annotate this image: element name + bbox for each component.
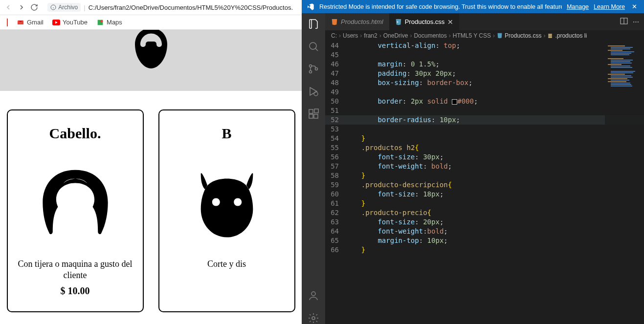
banner-message: Restricted Mode is intended for safe cod… xyxy=(319,3,562,10)
close-icon[interactable]: ✕ xyxy=(630,3,639,10)
extensions-icon[interactable] xyxy=(308,108,319,120)
code-line[interactable]: 66 } xyxy=(325,245,644,255)
css-file-icon: # xyxy=(395,19,402,25)
breadcrumb-file[interactable]: Productos.css xyxy=(497,32,541,39)
code-line[interactable]: 48 box-sizing: border-box; xyxy=(325,78,644,87)
product-title: Cabello. xyxy=(18,125,133,142)
editor-tabs: Productos.html # Productos.css ✕ ⋯ xyxy=(325,13,644,30)
explorer-icon[interactable] xyxy=(308,18,319,30)
code-line[interactable]: 57 font-weight: bold; xyxy=(325,162,644,171)
forward-button[interactable] xyxy=(17,2,25,12)
code-line[interactable]: 54 } xyxy=(325,134,644,143)
bookmark-label: Gmail xyxy=(27,19,44,26)
reload-button[interactable] xyxy=(30,2,39,12)
code-line[interactable]: 47 padding: 30px 20px; xyxy=(325,69,644,78)
account-icon[interactable] xyxy=(308,290,319,302)
split-editor-icon[interactable] xyxy=(620,17,628,26)
breadcrumb-symbol[interactable]: .productos li xyxy=(547,32,587,39)
code-line[interactable]: 51 xyxy=(325,106,644,115)
code-line[interactable]: 45 xyxy=(325,50,644,60)
code-line[interactable]: 62 .producto-precio{ xyxy=(325,208,644,217)
svg-rect-15 xyxy=(314,109,318,113)
hero-section xyxy=(0,30,302,91)
code-line[interactable]: 64 font-weight:bold; xyxy=(325,227,644,236)
source-control-icon[interactable] xyxy=(308,63,319,75)
vscode-icon xyxy=(307,3,314,11)
html-file-icon xyxy=(331,19,338,25)
activity-bar xyxy=(302,13,325,324)
gmail-icon xyxy=(17,19,24,26)
svg-point-4 xyxy=(100,20,103,22)
svg-point-9 xyxy=(310,71,312,73)
beard-face-icon xyxy=(183,161,271,239)
learn-more-link[interactable]: Learn More xyxy=(594,3,625,10)
code-line[interactable]: 63 font-size: 20px; xyxy=(325,217,644,227)
breadcrumb-item[interactable]: Documentos xyxy=(414,32,446,39)
products-row: Cabello. Con tijera o maquina a gusto de… xyxy=(0,91,302,312)
code-line[interactable]: 46 margin: 0 1.5%; xyxy=(325,60,644,69)
site-info-label: Archivo xyxy=(58,4,78,11)
hair-icon xyxy=(31,161,119,239)
breadcrumbs[interactable]: C:› Users› fran2› OneDrive› Documentos› … xyxy=(325,30,644,41)
breadcrumb-item[interactable]: Users xyxy=(343,32,358,39)
tab-label: Productos.css xyxy=(405,18,445,25)
tab-productos-html[interactable]: Productos.html xyxy=(325,13,389,30)
code-line[interactable]: 65 margin-top: 10px; xyxy=(325,236,644,245)
bookmark-label: Maps xyxy=(107,19,122,26)
vscode-window: Restricted Mode is intended for safe cod… xyxy=(302,0,644,324)
code-line[interactable]: 53 xyxy=(325,125,644,134)
bookmark-maps[interactable]: Maps xyxy=(96,19,122,26)
code-line[interactable]: 44 vertical-align: top; xyxy=(325,41,644,50)
apps-divider xyxy=(7,19,8,26)
code-line[interactable]: 55 .productos h2{ xyxy=(325,143,644,152)
code-line[interactable]: 60 font-size: 18px; xyxy=(325,190,644,199)
manage-link[interactable]: Manage xyxy=(567,3,589,10)
run-debug-icon[interactable] xyxy=(308,86,319,97)
code-editor[interactable]: 44 vertical-align: top;4546 margin: 0 1.… xyxy=(325,41,644,324)
svg-point-6 xyxy=(310,43,316,49)
product-card: B Corte y dis xyxy=(158,109,295,312)
breadcrumb-item[interactable]: HTML5 Y CSS xyxy=(453,32,491,39)
editor-area: Productos.html # Productos.css ✕ ⋯ C:› U… xyxy=(325,13,644,324)
settings-icon[interactable] xyxy=(308,312,319,324)
svg-point-5 xyxy=(146,57,156,64)
back-button[interactable] xyxy=(4,2,13,12)
search-icon[interactable] xyxy=(308,41,319,52)
tab-productos-css[interactable]: # Productos.css ✕ xyxy=(389,13,460,30)
svg-line-7 xyxy=(315,48,318,51)
breadcrumb-item[interactable]: fran2 xyxy=(364,32,377,39)
more-actions-icon[interactable]: ⋯ xyxy=(633,18,639,25)
page-content: Cabello. Con tijera o maquina a gusto de… xyxy=(0,30,302,324)
beard-logo xyxy=(124,30,178,74)
address-bar[interactable]: Archivo | C:/Users/fran2/OneDrive/Docume… xyxy=(43,2,298,13)
code-line[interactable]: 49 xyxy=(325,87,644,97)
code-line[interactable]: 56 font-size: 30px; xyxy=(325,152,644,162)
svg-point-10 xyxy=(315,68,318,70)
code-line[interactable]: 59 .producto-descripcion{ xyxy=(325,180,644,190)
svg-point-8 xyxy=(310,65,312,67)
svg-point-17 xyxy=(312,317,315,320)
browser-window: Archivo | C:/Users/fran2/OneDrive/Docume… xyxy=(0,0,302,324)
restricted-mode-banner: Restricted Mode is intended for safe cod… xyxy=(302,0,644,13)
site-info-chip[interactable]: Archivo xyxy=(47,3,81,12)
breadcrumb-item[interactable]: C: xyxy=(331,32,337,39)
url-text: C:/Users/fran2/OneDrive/Documentos/HTML5… xyxy=(89,4,293,11)
breadcrumb-item[interactable]: OneDrive xyxy=(383,32,408,39)
code-line[interactable]: 50 border: 2px solid #000; xyxy=(325,97,644,106)
url-separator: | xyxy=(84,4,85,11)
bookmark-youtube[interactable]: YouTube xyxy=(52,19,88,26)
svg-point-16 xyxy=(311,292,315,296)
bookmark-gmail[interactable]: Gmail xyxy=(17,19,44,26)
code-line[interactable]: 58 } xyxy=(325,171,644,180)
youtube-icon xyxy=(52,20,60,25)
tab-label: Productos.html xyxy=(341,18,383,25)
code-line[interactable]: 52 border-radius: 10px; xyxy=(325,115,644,125)
product-title: B xyxy=(169,125,285,142)
svg-rect-13 xyxy=(309,114,313,118)
svg-text:#: # xyxy=(397,20,398,23)
bookmark-label: YouTube xyxy=(63,19,88,26)
close-icon[interactable]: ✕ xyxy=(447,18,453,26)
code-line[interactable]: 61 } xyxy=(325,199,644,208)
minimap[interactable] xyxy=(605,41,644,324)
product-card: Cabello. Con tijera o maquina a gusto de… xyxy=(7,109,144,312)
